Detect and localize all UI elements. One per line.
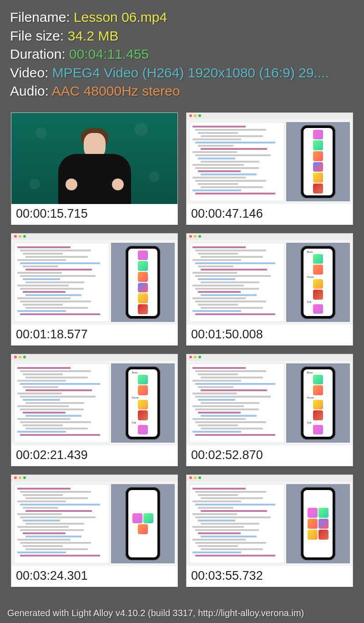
thumbnail-frame [11, 234, 177, 325]
value-filename: Lesson 06.mp4 [74, 10, 167, 25]
code-editor-pane [189, 484, 284, 563]
window-traffic-lights [14, 476, 26, 479]
thumbnail-timestamp: 00:00:47.146 [187, 204, 353, 225]
thumbnail-frame [187, 113, 353, 204]
thumbnail-frame [11, 113, 177, 204]
swiftui-preview-pane: BluesHouseFolk [111, 363, 175, 443]
thumbnail-timestamp: 00:02:52.870 [187, 445, 353, 466]
iphone-mockup [301, 125, 335, 198]
code-editor-pane [189, 122, 284, 201]
info-row-video: Video: MPEG4 Video (H264) 1920x1080 (16:… [10, 64, 354, 82]
thumbnail-card[interactable]: 00:01:18.577 [11, 233, 178, 346]
code-editor-pane [14, 363, 109, 443]
thumbnail-card[interactable]: 00:03:24.301 [11, 475, 178, 587]
label-duration: Duration: [10, 46, 69, 61]
thumbnail-frame [11, 475, 177, 566]
window-traffic-lights [189, 356, 201, 358]
label-filesize: File size: [10, 28, 68, 43]
thumbnail-grid: 00:00:15.71500:00:47.14600:01:18.577Blue… [0, 106, 364, 591]
thumbnail-card[interactable]: 00:03:55.732 [186, 475, 353, 587]
info-row-duration: Duration: 00:04:11.455 [10, 45, 354, 64]
value-duration: 00:04:11.455 [69, 46, 149, 61]
xcode-window [187, 475, 353, 566]
thumbnail-frame [187, 475, 353, 566]
thumbnail-card[interactable]: 00:00:47.146 [186, 112, 353, 225]
window-traffic-lights [189, 114, 201, 117]
iphone-mockup [301, 487, 335, 560]
footer-generator-text: Generated with Light Alloy v4.10.2 (buil… [7, 608, 304, 618]
swiftui-preview-pane: BluesHouseFolk [286, 243, 350, 322]
thumbnail-timestamp: 00:01:50.008 [187, 325, 353, 345]
thumbnail-timestamp: 00:02:21.439 [11, 445, 177, 466]
presenter-figure [54, 127, 136, 204]
value-audio: AAC 48000Hz stereo [52, 83, 180, 98]
label-filename: Filename: [10, 10, 74, 25]
thumbnail-timestamp: 00:00:15.715 [11, 204, 177, 225]
thumbnail-frame: BluesHouseFolk [187, 354, 353, 445]
xcode-window [11, 234, 177, 325]
iphone-mockup [126, 487, 160, 560]
swiftui-preview-pane [111, 484, 175, 563]
thumbnail-timestamp: 00:03:55.732 [187, 566, 353, 587]
info-row-filename: Filename: Lesson 06.mp4 [10, 8, 354, 27]
window-traffic-lights [189, 476, 201, 479]
info-row-audio: Audio: AAC 48000Hz stereo [10, 82, 354, 101]
label-video: Video: [10, 65, 52, 80]
thumbnail-card[interactable]: BluesHouseFolk00:02:52.870 [186, 354, 353, 466]
window-traffic-lights [189, 235, 201, 238]
label-audio: Audio: [10, 83, 52, 98]
thumbnail-timestamp: 00:03:24.301 [11, 566, 177, 587]
thumbnail-card[interactable]: BluesHouseFolk00:01:50.008 [186, 233, 353, 346]
code-editor-pane [189, 243, 284, 322]
iphone-mockup: BluesHouseFolk [301, 367, 335, 439]
iphone-mockup [126, 246, 160, 319]
xcode-window [11, 475, 177, 566]
xcode-window: BluesHouseFolk [187, 234, 353, 325]
xcode-window: BluesHouseFolk [11, 354, 177, 445]
info-row-filesize: File size: 34.2 MB [10, 27, 354, 46]
iphone-mockup: BluesHouseFolk [301, 246, 335, 319]
swiftui-preview-pane: BluesHouseFolk [286, 363, 350, 443]
swiftui-preview-pane [111, 243, 175, 322]
thumbnail-frame: BluesHouseFolk [187, 234, 353, 325]
thumbnail-frame: BluesHouseFolk [11, 354, 177, 445]
window-traffic-lights [14, 356, 26, 358]
swiftui-preview-pane [286, 122, 350, 201]
xcode-window [187, 113, 353, 204]
value-filesize: 34.2 MB [68, 28, 119, 43]
thumbnail-card[interactable]: 00:00:15.715 [11, 112, 178, 225]
code-editor-pane [189, 363, 284, 443]
value-video: MPEG4 Video (H264) 1920x1080 (16:9) 29..… [52, 65, 329, 80]
xcode-window: BluesHouseFolk [187, 354, 353, 445]
media-info-panel: Filename: Lesson 06.mp4 File size: 34.2 … [0, 0, 364, 106]
thumbnail-card[interactable]: BluesHouseFolk00:02:21.439 [11, 354, 178, 466]
code-editor-pane [14, 243, 109, 322]
swiftui-preview-pane [286, 484, 350, 563]
window-traffic-lights [14, 235, 26, 238]
iphone-mockup: BluesHouseFolk [126, 367, 160, 439]
thumbnail-timestamp: 00:01:18.577 [11, 325, 177, 345]
code-editor-pane [14, 484, 109, 563]
